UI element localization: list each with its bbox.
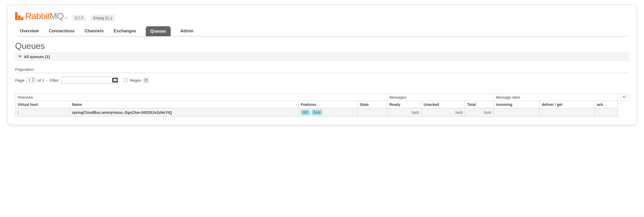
nav-exchanges[interactable]: Exchanges: [113, 26, 136, 36]
cell-features: AD Excl: [298, 108, 357, 117]
page-of-label: of 1: [38, 78, 44, 83]
filter-input[interactable]: [62, 77, 117, 84]
feature-chip-ad: AD: [301, 110, 310, 115]
divider: [15, 73, 629, 73]
erlang-badge: Erlang 21.1: [91, 15, 115, 21]
cell-ready: NaN: [387, 108, 421, 117]
chevron-down-icon: [18, 55, 22, 58]
queues-table: Overview Messages Message rates Virtual …: [15, 94, 618, 117]
version-badge: 3.7.7: [72, 15, 86, 21]
pagination-heading: Pagination: [15, 67, 629, 72]
nav-queues[interactable]: Queues: [146, 26, 171, 36]
col-ready[interactable]: Ready: [387, 101, 421, 108]
filter-label: Filter:: [50, 78, 60, 83]
col-state[interactable]: State: [357, 101, 387, 108]
pagination-controls: Page 1 of 1 - Filter: ⌨ Regex ?: [15, 77, 629, 84]
nav-channels[interactable]: Channels: [84, 26, 104, 36]
col-unacked[interactable]: Unacked: [421, 101, 465, 108]
group-header-rates: Message rates: [494, 94, 618, 101]
regex-help[interactable]: ?: [143, 78, 149, 83]
app-header: RabbitMQTM 3.7.7 Erlang 21.1: [15, 11, 629, 21]
main-nav: Overview Connections Channels Exchanges …: [15, 26, 629, 36]
page-label: Page: [15, 78, 24, 83]
cell-name[interactable]: springCloudBus.anonymous.-DgnZAw-S0GDIJs…: [70, 108, 299, 117]
col-name[interactable]: Name: [70, 101, 299, 108]
dash: -: [46, 78, 48, 83]
nav-overview[interactable]: Overview: [19, 26, 39, 36]
keyboard-icon: ⌨: [112, 78, 118, 83]
cell-state: [357, 108, 387, 117]
section-label: All queues (1): [24, 54, 50, 59]
cell-ack: [594, 108, 618, 117]
regex-label: Regex: [130, 78, 141, 83]
table-row: / springCloudBus.anonymous.-DgnZAw-S0GDI…: [15, 108, 618, 117]
logo-icon: [15, 12, 23, 20]
group-header-overview: Overview: [15, 94, 387, 101]
columns-toggle-button[interactable]: +/-: [620, 94, 629, 101]
page-title: Queues: [15, 41, 629, 51]
col-features: Features: [298, 101, 357, 108]
col-deliver-get[interactable]: deliver / get: [540, 101, 594, 108]
page-select[interactable]: 1: [27, 77, 36, 83]
col-incoming[interactable]: incoming: [494, 101, 540, 108]
nav-connections[interactable]: Connections: [48, 26, 75, 36]
cell-total: NaN: [465, 108, 494, 117]
section-toggle-all-queues[interactable]: All queues (1): [15, 53, 629, 61]
cell-unacked: NaN: [421, 108, 465, 117]
col-vhost[interactable]: Virtual host: [15, 101, 70, 108]
cell-deliver-get: [540, 108, 594, 117]
col-ack[interactable]: ack: [594, 101, 618, 108]
logo: RabbitMQTM: [15, 11, 68, 21]
cell-incoming: [494, 108, 540, 117]
nav-admin[interactable]: Admin: [180, 26, 194, 36]
logo-text: RabbitMQTM: [25, 11, 68, 21]
cell-vhost: /: [15, 108, 70, 117]
col-total[interactable]: Total: [465, 101, 494, 108]
group-header-messages: Messages: [387, 94, 494, 101]
feature-chip-excl: Excl: [312, 110, 323, 115]
regex-checkbox[interactable]: [124, 78, 127, 82]
